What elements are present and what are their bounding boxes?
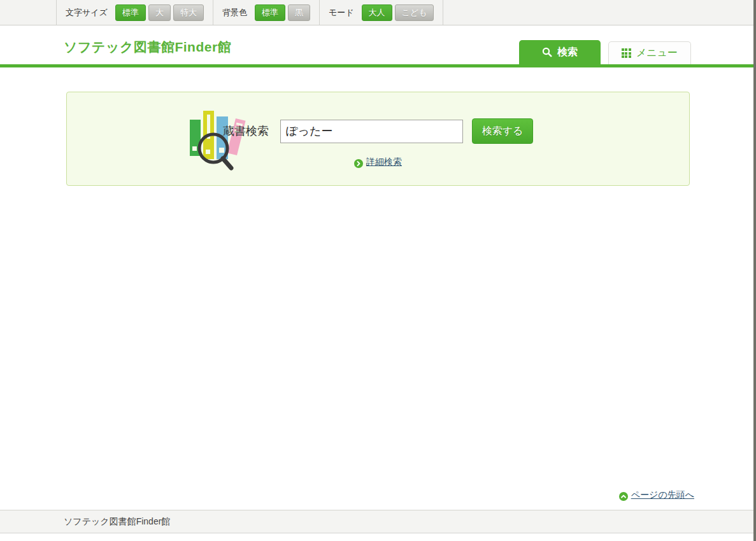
footer-site-name: ソフテック図書館Finder館 [64, 516, 170, 528]
header-tabs: 検索 メニュー [519, 40, 691, 64]
accessibility-toolbar: 文字サイズ 標準 大 特大 背景色 標準 黒 モード 大人 こども [0, 0, 756, 25]
site-header: ソフテック図書館Finder館 検索 メニュー [0, 25, 756, 64]
font-size-standard-button[interactable]: 標準 [115, 4, 146, 21]
main-content: 蔵書検索 検索する 詳細検索 ページの先頭へ [0, 92, 756, 510]
mode-group: モード 大人 こども [320, 0, 443, 25]
search-submit-button[interactable]: 検索する [472, 118, 533, 144]
font-size-large-button[interactable]: 大 [148, 4, 171, 21]
mode-adult-button[interactable]: 大人 [362, 4, 392, 21]
search-icon [542, 47, 552, 57]
page-top-link[interactable]: ページの先頭へ [631, 489, 694, 500]
search-input[interactable] [280, 120, 463, 143]
header-accent-bar [0, 64, 756, 67]
font-size-group: 文字サイズ 標準 大 特大 [57, 0, 213, 25]
toolbar-divider [443, 0, 443, 25]
catalog-search-panel: 蔵書検索 検索する 詳細検索 [66, 92, 690, 186]
tab-search[interactable]: 検索 [519, 40, 601, 64]
site-footer: ソフテック図書館Finder館 [0, 510, 756, 533]
bg-black-button[interactable]: 黒 [288, 4, 310, 21]
background-color-group: 背景色 標準 黒 [213, 0, 319, 25]
tab-menu[interactable]: メニュー [608, 41, 691, 64]
toolbar-spacer [0, 0, 56, 25]
mode-label: モード [329, 7, 354, 18]
menu-grid-icon [622, 48, 631, 58]
tab-search-label: 検索 [557, 46, 578, 59]
tab-menu-label: メニュー [636, 46, 678, 60]
advanced-search-link[interactable]: 詳細検索 [366, 157, 402, 167]
mode-kids-button[interactable]: こども [395, 4, 434, 21]
font-size-label: 文字サイズ [66, 7, 108, 18]
chevron-right-circle-icon [354, 159, 363, 168]
page-top-row: ページの先頭へ [619, 489, 694, 501]
window-edge [753, 0, 756, 541]
font-size-xlarge-button[interactable]: 特大 [173, 4, 204, 21]
search-row: 蔵書検索 検索する [67, 118, 689, 144]
site-title: ソフテック図書館Finder館 [64, 38, 231, 56]
catalog-search-label: 蔵書検索 [223, 123, 269, 139]
bg-standard-button[interactable]: 標準 [255, 4, 285, 21]
advanced-search-row: 詳細検索 [67, 156, 689, 168]
chevron-up-circle-icon [619, 492, 628, 501]
background-color-label: 背景色 [222, 7, 247, 18]
